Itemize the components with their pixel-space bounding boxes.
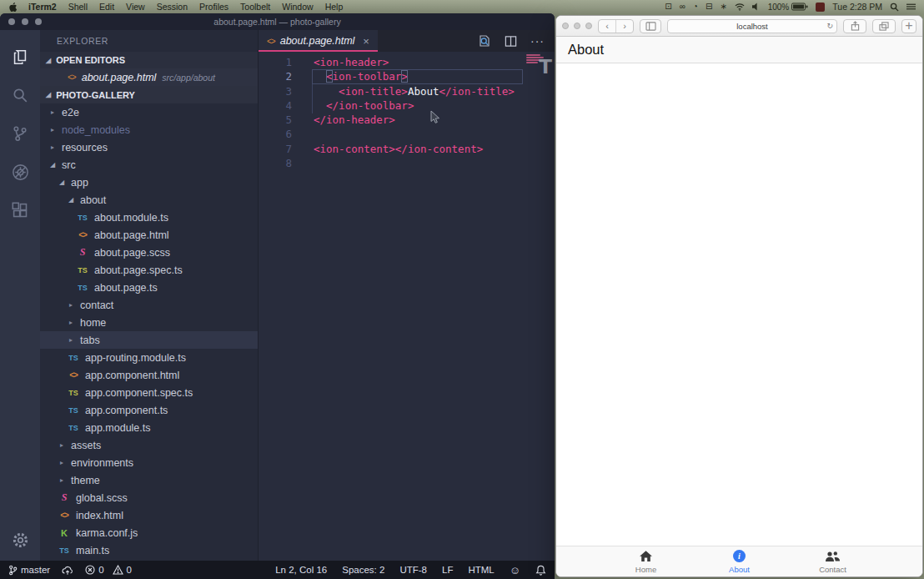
tab-contact[interactable]: Contact xyxy=(786,550,880,574)
open-editor-item[interactable]: <> about.page.html src/app/about xyxy=(40,68,258,86)
tree-item-app[interactable]: ◢app xyxy=(40,174,258,191)
tree-item-environments[interactable]: ▸environments xyxy=(40,454,258,471)
tree-item-app-component-ts[interactable]: TSapp.component.ts xyxy=(40,401,258,419)
menu-item-view[interactable]: View xyxy=(126,2,145,12)
tree-item-app-component-spec-ts[interactable]: TSapp.component.spec.ts xyxy=(40,384,258,401)
project-section[interactable]: ◢ PHOTO-GALLERY xyxy=(40,86,258,103)
notifications-bell-icon[interactable] xyxy=(535,565,546,576)
explorer-icon[interactable] xyxy=(0,38,40,76)
language-mode[interactable]: HTML xyxy=(468,565,494,575)
extensions-icon[interactable] xyxy=(0,191,40,229)
menu-bar-clock[interactable]: Tue 2:28 PM xyxy=(832,2,882,12)
source-control-icon[interactable] xyxy=(0,114,40,153)
tree-item-about-page-ts[interactable]: TSabout.page.ts xyxy=(40,279,258,296)
menu-item-help[interactable]: Help xyxy=(325,2,344,12)
eol-setting[interactable]: LF xyxy=(442,565,453,575)
code-line-1: 1<ion-header> xyxy=(259,55,523,69)
tree-item-main-ts[interactable]: TSmain.ts xyxy=(40,541,258,559)
screenshot-icon[interactable]: ⊡ xyxy=(665,3,671,11)
tree-item-about-page-scss[interactable]: Sabout.page.scss xyxy=(40,244,258,261)
timer-icon[interactable]: ◔ xyxy=(693,3,698,11)
code-editor[interactable]: 1<ion-header>2 <ion-toolbar>3 <ion-title… xyxy=(259,52,555,561)
info-icon: i xyxy=(733,550,746,563)
app-dot-icon[interactable] xyxy=(816,3,825,12)
tab-home[interactable]: Home xyxy=(600,550,693,574)
cursor-position[interactable]: Ln 2, Col 16 xyxy=(275,565,327,575)
problems-indicator[interactable]: 0 0 xyxy=(85,565,132,575)
search-icon[interactable] xyxy=(0,76,40,114)
battery-indicator[interactable]: 100% xyxy=(768,3,809,12)
apple-menu-icon[interactable] xyxy=(8,2,19,13)
tree-item-tabs[interactable]: ▸tabs xyxy=(40,331,258,349)
tree-item-resources[interactable]: ▸resources xyxy=(40,138,258,156)
close-window-button[interactable] xyxy=(562,23,569,29)
tree-item-assets[interactable]: ▸assets xyxy=(40,436,258,454)
vscode-title-bar[interactable]: about.page.html — photo-gallery xyxy=(0,13,555,30)
indentation-setting[interactable]: Spaces: 2 xyxy=(342,565,384,575)
tree-item-label: app.component.spec.ts xyxy=(85,387,193,399)
reload-icon[interactable]: ↻ xyxy=(826,22,833,30)
sidebar-toggle-button[interactable] xyxy=(640,19,661,33)
tree-item-app-module-ts[interactable]: TSapp.module.ts xyxy=(40,419,258,436)
more-actions-icon[interactable]: ··· xyxy=(530,34,545,48)
minimap[interactable]: T xyxy=(525,53,553,179)
find-in-file-icon[interactable] xyxy=(478,34,491,48)
notification-center-icon[interactable] xyxy=(906,3,916,11)
tree-item-global-scss[interactable]: Sglobal.scss xyxy=(40,489,258,506)
tree-item-karma-conf-js[interactable]: Kkarma.conf.js xyxy=(40,524,258,541)
chevron-right-icon: ▸ xyxy=(58,476,66,484)
menu-item-iterm2[interactable]: iTerm2 xyxy=(28,2,57,12)
tab-close-icon[interactable]: × xyxy=(363,35,369,48)
tree-item-home[interactable]: ▸home xyxy=(40,314,258,331)
zoom-window-button[interactable] xyxy=(585,23,592,29)
wifi-icon[interactable] xyxy=(735,3,745,11)
menu-item-edit[interactable]: Edit xyxy=(99,2,114,12)
airplay-icon[interactable]: ⊟ xyxy=(706,3,712,11)
menu-item-toolbelt[interactable]: Toolbelt xyxy=(240,2,270,12)
tree-item-theme[interactable]: ▸theme xyxy=(40,471,258,489)
tree-item-e2e[interactable]: ▸e2e xyxy=(40,103,258,121)
tree-item-about-module-ts[interactable]: TSabout.module.ts xyxy=(40,209,258,226)
encoding-setting[interactable]: UTF-8 xyxy=(399,565,427,575)
menu-item-session[interactable]: Session xyxy=(157,2,188,12)
tree-item-app-routing-module-ts[interactable]: TSapp-routing.module.ts xyxy=(40,349,258,366)
tree-item-contact[interactable]: ▸contact xyxy=(40,296,258,314)
line-number: 5 xyxy=(259,113,302,127)
tree-item-about-page-spec-ts[interactable]: TSabout.page.spec.ts xyxy=(40,261,258,279)
input-icon[interactable]: ∗ xyxy=(720,3,726,11)
back-button[interactable]: ‹ xyxy=(599,20,615,33)
git-branch-indicator[interactable]: master xyxy=(8,565,50,576)
forward-button[interactable]: › xyxy=(615,20,633,33)
menu-item-shell[interactable]: Shell xyxy=(68,2,88,12)
tree-item-src[interactable]: ◢src xyxy=(40,156,258,174)
tab-about-page-html[interactable]: <> about.page.html × xyxy=(259,30,378,52)
ts-blue-file-icon: TS xyxy=(67,424,80,432)
tree-item-label: environments xyxy=(71,457,133,469)
settings-gear-icon[interactable] xyxy=(0,521,40,559)
new-tab-button[interactable]: + xyxy=(901,19,916,33)
spotlight-icon[interactable] xyxy=(890,3,899,12)
glasses-icon[interactable]: ∞ xyxy=(680,3,685,11)
split-editor-icon[interactable] xyxy=(505,35,517,48)
address-bar[interactable]: localhost ↻ xyxy=(667,19,837,33)
tree-item-app-component-html[interactable]: <>app.component.html xyxy=(40,366,258,384)
feedback-smiley-icon[interactable]: ☺ xyxy=(510,564,520,576)
open-editor-filepath: src/app/about xyxy=(162,73,215,83)
tree-item-index-html[interactable]: <>index.html xyxy=(40,506,258,524)
debug-icon[interactable] xyxy=(0,153,40,191)
tree-item-about[interactable]: ◢about xyxy=(40,191,258,209)
minimize-window-button[interactable] xyxy=(574,23,580,29)
volume-icon[interactable] xyxy=(752,3,761,11)
line-number: 8 xyxy=(259,156,302,170)
ts-blue-file-icon: TS xyxy=(76,214,89,222)
share-button[interactable] xyxy=(843,19,866,33)
tree-item-about-page-html[interactable]: <>about.page.html xyxy=(40,226,258,244)
tab-about[interactable]: iAbout xyxy=(693,550,786,574)
menu-item-window[interactable]: Window xyxy=(282,2,313,12)
menu-item-profiles[interactable]: Profiles xyxy=(199,2,228,12)
tab-label: About xyxy=(729,565,750,574)
open-editors-section[interactable]: ◢ OPEN EDITORS xyxy=(40,52,258,68)
tab-overview-button[interactable] xyxy=(872,19,896,33)
tree-item-node-modules[interactable]: ▸node_modules xyxy=(40,121,258,138)
sync-button[interactable] xyxy=(62,565,73,576)
